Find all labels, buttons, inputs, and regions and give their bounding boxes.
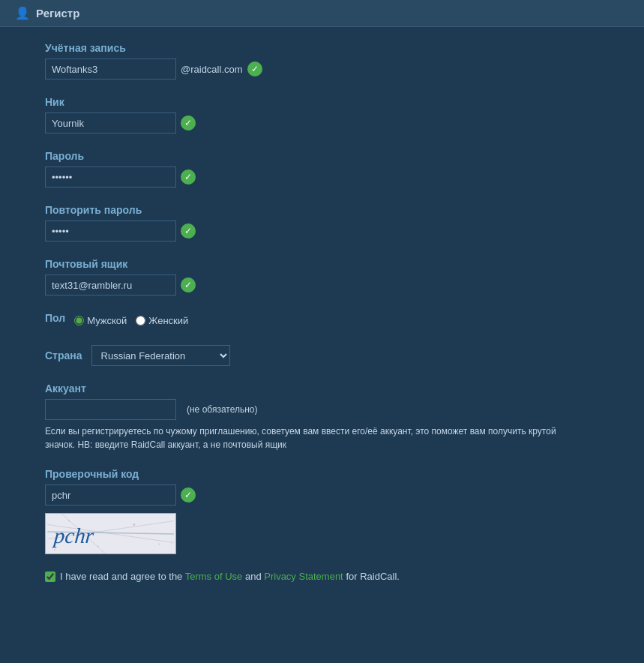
referral-input[interactable] (45, 399, 176, 420)
agreement-row: I have read and agree to the Terms of Us… (45, 571, 599, 582)
gender-male-option[interactable]: Мужской (74, 315, 127, 326)
captcha-group: Проверочный код ✓ pchr (45, 468, 599, 554)
nick-input[interactable] (45, 112, 176, 134)
gender-male-radio[interactable] (74, 316, 84, 326)
svg-point-6 (68, 520, 70, 522)
nick-input-row: ✓ (45, 112, 599, 134)
gender-female-radio[interactable] (136, 316, 145, 326)
country-group: Страна Russian Federation United States … (45, 345, 599, 366)
svg-text:pchr: pchr (52, 524, 95, 548)
agreement-checkbox[interactable] (45, 572, 55, 582)
account-input-row: @raidcall.com ✓ (45, 58, 599, 80)
confirm-password-group: Повторить пароль ✓ (45, 204, 599, 242)
email-input-row: ✓ (45, 274, 599, 296)
password-group: Пароль ✓ (45, 150, 599, 188)
confirm-password-label: Повторить пароль (45, 204, 599, 216)
captcha-input[interactable] (45, 484, 176, 506)
email-check-icon: ✓ (181, 278, 196, 292)
country-input-row: Страна Russian Federation United States … (45, 345, 599, 366)
account-input[interactable] (45, 58, 176, 80)
confirm-password-input-row: ✓ (45, 220, 599, 242)
agreement-prefix: I have read and agree to the (60, 571, 185, 582)
captcha-image[interactable]: pchr (45, 513, 176, 554)
referral-input-row: (не обязательно) (45, 399, 599, 420)
account-group: Учётная запись @raidcall.com ✓ (45, 42, 599, 80)
country-label: Страна (45, 350, 82, 362)
agreement-text: I have read and agree to the Terms of Us… (60, 571, 400, 582)
gender-female-label: Женский (148, 315, 188, 326)
captcha-input-row: ✓ (45, 484, 599, 506)
agreement-and: and (245, 571, 264, 582)
captcha-label: Проверочный код (45, 468, 599, 480)
gender-group: Пол Мужской Женский (45, 312, 599, 328)
country-select[interactable]: Russian Federation United States Ukraine… (91, 345, 230, 366)
user-icon: 👤 (15, 6, 30, 20)
password-input-row: ✓ (45, 166, 599, 188)
account-label: Учётная запись (45, 42, 599, 54)
gender-row: Пол Мужской Женский (45, 312, 599, 328)
referral-hint: Если вы регистрируетесь по чужому пригла… (45, 424, 570, 452)
email-group: Почтовый ящик ✓ (45, 258, 599, 296)
svg-point-8 (133, 524, 135, 526)
password-label: Пароль (45, 150, 599, 162)
referral-label: Аккуант (45, 382, 599, 394)
password-input[interactable] (45, 166, 176, 188)
account-check-icon: ✓ (247, 62, 262, 76)
gender-label: Пол (45, 312, 65, 324)
nick-label: Ник (45, 96, 599, 108)
nick-check-icon: ✓ (181, 116, 196, 130)
email-input[interactable] (45, 274, 176, 296)
svg-point-10 (54, 549, 55, 550)
nick-group: Ник ✓ (45, 96, 599, 134)
svg-point-9 (159, 544, 160, 545)
confirm-password-check-icon: ✓ (181, 224, 196, 238)
confirm-password-input[interactable] (45, 220, 176, 242)
agreement-suffix: for RaidCall. (346, 571, 400, 582)
header-bar: 👤 Регистр (0, 0, 644, 27)
optional-text: (не обязательно) (187, 404, 258, 415)
password-check-icon: ✓ (181, 170, 196, 184)
svg-point-7 (97, 545, 99, 547)
registration-form: Учётная запись @raidcall.com ✓ Ник ✓ Пар… (0, 27, 644, 604)
email-label: Почтовый ящик (45, 258, 599, 270)
captcha-check-icon: ✓ (181, 488, 196, 502)
gender-female-option[interactable]: Женский (136, 315, 188, 326)
terms-of-use-link[interactable]: Terms of Use (185, 571, 243, 582)
header-title: Регистр (36, 7, 79, 20)
email-suffix: @raidcall.com (181, 64, 243, 75)
gender-male-label: Мужской (87, 315, 127, 326)
privacy-statement-link[interactable]: Privacy Statement (264, 571, 343, 582)
referral-group: Аккуант (не обязательно) Если вы регистр… (45, 382, 599, 452)
